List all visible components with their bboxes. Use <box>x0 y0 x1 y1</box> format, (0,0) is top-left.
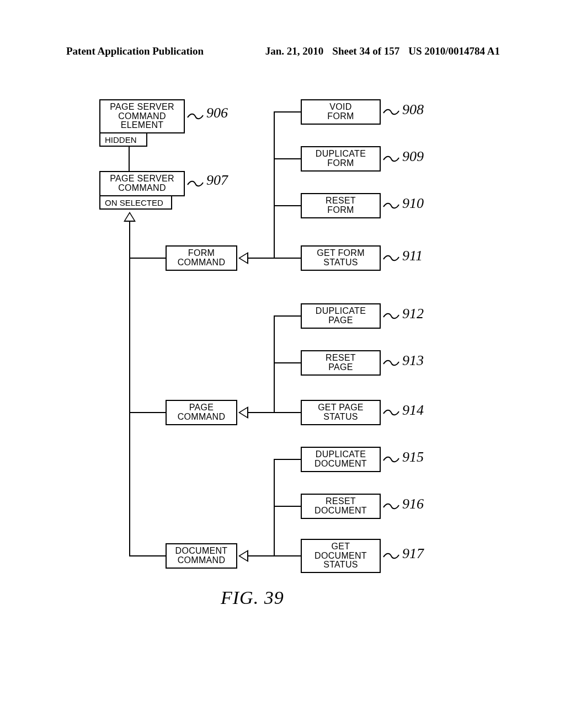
leader-tilde-icon <box>383 202 399 210</box>
leader-tilde-icon <box>383 359 399 367</box>
ref-907: 907 <box>206 172 228 189</box>
box-reset-document: RESET DOCUMENT <box>301 494 381 519</box>
leader-tilde-icon <box>383 552 399 560</box>
ref-914: 914 <box>402 402 424 419</box>
diagram-fig-39: PAGE SERVER COMMAND ELEMENT HIDDEN 906 P… <box>0 94 565 645</box>
connector <box>274 555 301 556</box>
inheritance-arrow-icon <box>238 252 248 264</box>
header-left: Patent Application Publication <box>66 45 204 57</box>
header-sheet: Sheet 34 of 157 <box>332 45 399 57</box>
leader-tilde-icon <box>383 502 399 510</box>
leader-tilde-icon <box>383 108 399 116</box>
leader-tilde-icon <box>383 312 399 320</box>
connector <box>274 459 275 556</box>
box-reset-form: RESET FORM <box>301 193 381 218</box>
connector <box>274 412 301 413</box>
ref-911: 911 <box>402 248 423 264</box>
connector <box>129 258 166 259</box>
connector <box>274 315 275 413</box>
ref-917: 917 <box>402 545 424 562</box>
box-page-server-command: PAGE SERVER COMMAND <box>99 171 185 196</box>
ref-913: 913 <box>402 352 424 369</box>
page-header: Patent Application Publication Jan. 21, … <box>0 45 565 57</box>
connector <box>129 147 130 171</box>
box-get-page-status: GET PAGE STATUS <box>301 400 381 425</box>
figure-caption: FIG. 39 <box>221 587 284 608</box>
header-date: Jan. 21, 2010 <box>265 45 324 57</box>
connector <box>248 555 275 556</box>
box-get-form-status: GET FORM STATUS <box>301 245 381 271</box>
leader-tilde-icon <box>187 180 204 188</box>
connector <box>274 111 275 259</box>
leader-tilde-icon <box>187 113 204 120</box>
box-on-selected: ON SELECTED <box>99 195 172 210</box>
connector <box>274 111 301 113</box>
box-duplicate-page: DUPLICATE PAGE <box>301 303 381 329</box>
connector <box>274 362 301 363</box>
leader-tilde-icon <box>383 155 399 163</box>
connector <box>129 412 166 413</box>
connector <box>129 555 166 556</box>
box-get-document-status: GET DOCUMENT STATUS <box>301 539 381 573</box>
box-page-command: PAGE COMMAND <box>166 400 237 425</box>
box-page-server-command-element: PAGE SERVER COMMAND ELEMENT <box>99 99 185 133</box>
connector <box>274 506 301 507</box>
box-void-form: VOID FORM <box>301 99 381 125</box>
connector <box>274 205 301 206</box>
connector <box>129 222 130 556</box>
ref-912: 912 <box>402 306 424 322</box>
ref-906: 906 <box>206 105 228 121</box>
inheritance-arrow-icon <box>238 406 248 419</box>
box-reset-page: RESET PAGE <box>301 350 381 376</box>
box-duplicate-document: DUPLICATE DOCUMENT <box>301 447 381 472</box>
connector <box>274 459 301 460</box>
connector <box>274 315 301 317</box>
connector <box>274 158 301 159</box>
leader-tilde-icon <box>383 409 399 416</box>
box-hidden: HIDDEN <box>99 132 147 147</box>
connector <box>248 412 275 413</box>
inheritance-arrow-icon <box>238 550 248 562</box>
ref-915: 915 <box>402 449 424 465</box>
header-pubno: US 2010/0014784 A1 <box>408 45 500 57</box>
box-document-command: DOCUMENT COMMAND <box>166 543 237 569</box>
header-right: Jan. 21, 2010 Sheet 34 of 157 US 2010/00… <box>265 45 500 57</box>
ref-916: 916 <box>402 496 424 512</box>
connector <box>274 258 301 259</box>
inheritance-arrow-icon <box>124 212 136 222</box>
ref-909: 909 <box>402 148 424 165</box>
box-form-command: FORM COMMAND <box>166 245 237 271</box>
box-duplicate-form: DUPLICATE FORM <box>301 146 381 172</box>
ref-910: 910 <box>402 195 424 212</box>
connector <box>248 258 275 259</box>
leader-tilde-icon <box>383 254 399 262</box>
ref-908: 908 <box>402 101 424 118</box>
leader-tilde-icon <box>383 456 399 463</box>
